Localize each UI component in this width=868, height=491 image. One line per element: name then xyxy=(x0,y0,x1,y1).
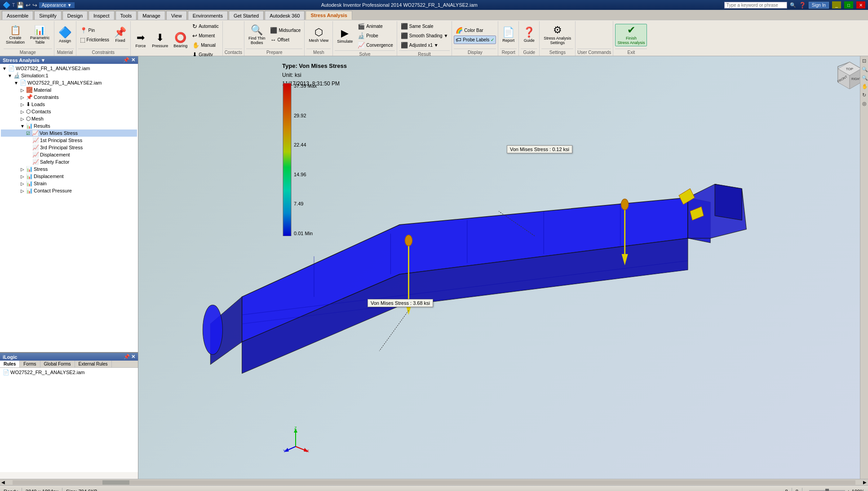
tab-global-forms[interactable]: Global Forms xyxy=(40,361,75,367)
bearing-button[interactable]: ⭕ Bearing xyxy=(171,31,190,49)
frictionless-button[interactable]: ⬚ Frictionless xyxy=(78,36,111,44)
automatic-button[interactable]: ↻ Automatic xyxy=(190,22,220,31)
tree-item-file[interactable]: ▼ 📄 WO27522_FR_1_ANALYSE2.iam xyxy=(1,65,137,72)
ilogic-file-item[interactable]: 📄 WO27522_FR_1_ANALYSE2.iam xyxy=(1,369,137,376)
scroll-right-btn[interactable]: ▶ xyxy=(862,480,868,485)
tab-design[interactable]: Design xyxy=(62,11,88,20)
tab-stress-analysis[interactable]: Stress Analysis xyxy=(306,11,352,20)
expand-icon-material[interactable]: ▷ xyxy=(20,88,25,93)
qa-undo[interactable]: ↩ xyxy=(26,2,31,9)
tab-environments[interactable]: Environments xyxy=(188,11,228,20)
moment-button[interactable]: ↩ Moment xyxy=(190,31,220,40)
tree-item-von-mises[interactable]: ☑ 📈 Von Mises Stress xyxy=(1,129,137,137)
tree-item-strain[interactable]: ▷ 📊 Strain xyxy=(1,180,137,187)
tree-item-displacement[interactable]: 📈 Displacement xyxy=(1,151,137,158)
tree-item-contacts[interactable]: ▷ ⬡ Contacts xyxy=(1,108,137,115)
search-icon[interactable]: 🔍 xyxy=(790,2,796,8)
stress-analysis-settings-button[interactable]: ⚙ Stress AnalysisSettings xyxy=(541,24,573,46)
rt-look-at[interactable]: ◎ xyxy=(861,100,868,107)
tab-external-rules[interactable]: External Rules xyxy=(75,361,112,367)
tree-item-displacement2[interactable]: ▷ 📊 Displacement xyxy=(1,173,137,180)
tree-item-constraints[interactable]: ▷ 📌 Constraints xyxy=(1,94,137,101)
tree-item-file2[interactable]: ▼ 📄 WO27522_FR_1_ANALYSE2.iam xyxy=(1,79,137,86)
tree-item-1st-principal[interactable]: 📈 1st Principal Stress xyxy=(1,137,137,144)
tab-simplify[interactable]: Simplify xyxy=(34,11,62,20)
qa-save[interactable]: 💾 xyxy=(17,2,24,9)
expand-icon-displacement2[interactable]: ▷ xyxy=(20,174,25,179)
tree-item-sim[interactable]: ▼ 🔬 Simulation:1 xyxy=(1,72,137,79)
maximize-btn[interactable]: □ xyxy=(844,1,853,9)
tree-item-results[interactable]: ▼ 📊 Results xyxy=(1,122,137,129)
report-button[interactable]: 📄 Report xyxy=(500,26,517,44)
tree-item-loads[interactable]: ▷ ⬇ Loads xyxy=(1,101,137,108)
tree-item-material[interactable]: ▷ 🧱 Material xyxy=(1,86,137,94)
rt-zoom-out[interactable]: 🔍 xyxy=(861,74,868,82)
create-simulation-button[interactable]: 📋 CreateSimulation xyxy=(4,24,27,46)
scrollbar-thumb[interactable] xyxy=(102,480,129,485)
tree-item-stress2[interactable]: ▷ 📊 Stress xyxy=(1,165,137,173)
tab-get-started[interactable]: Get Started xyxy=(229,11,264,20)
convergence-button[interactable]: 📈 Convergence xyxy=(356,41,394,49)
animate-button[interactable]: 🎬 Animate xyxy=(356,22,394,31)
rt-zoom-fit[interactable]: ⊡ xyxy=(861,57,868,65)
expand-icon-strain[interactable]: ▷ xyxy=(20,181,25,186)
tab-manage[interactable]: Manage xyxy=(137,11,165,20)
minimize-btn[interactable]: _ xyxy=(832,1,841,9)
tree-item-contact-pressure[interactable]: ▷ 📊 Contact Pressure xyxy=(1,187,137,194)
zoom-in-btn[interactable]: + xyxy=(847,489,850,491)
sign-in-button[interactable]: Sign In xyxy=(809,2,829,9)
tab-view[interactable]: View xyxy=(166,11,187,20)
finish-stress-analysis-button[interactable]: ✔ FinishStress Analysis xyxy=(615,24,647,46)
scrollbar-track[interactable] xyxy=(13,480,855,485)
tree-item-3rd-principal[interactable]: 📈 3rd Principal Stress xyxy=(1,144,137,151)
offset-button[interactable]: ↔ Offset xyxy=(268,36,302,44)
tree-pin-icon[interactable]: 📌 xyxy=(123,57,129,63)
expand-icon-contacts[interactable]: ▷ xyxy=(20,109,25,114)
probe-labels-button[interactable]: 🏷 Probe Labels ✓ xyxy=(454,36,496,44)
ilogic-close-icon[interactable]: ✕ xyxy=(131,354,135,359)
scroll-left-btn[interactable]: ◀ xyxy=(0,480,6,485)
expand-icon-loads[interactable]: ▷ xyxy=(20,102,25,107)
expand-icon[interactable]: ▼ xyxy=(2,66,7,71)
pin-button[interactable]: 📍 Pin xyxy=(78,26,111,35)
expand-icon-results[interactable]: ▼ xyxy=(20,124,25,129)
tab-assemble[interactable]: Assemble xyxy=(2,11,33,20)
find-thin-bodies-button[interactable]: 🔍 Find ThinBodies xyxy=(246,24,267,46)
tab-inspect[interactable]: Inspect xyxy=(89,11,114,20)
pressure-button[interactable]: ⬇ Pressure xyxy=(150,31,170,49)
expand-icon[interactable]: ▼ xyxy=(13,80,19,85)
viewport[interactable]: Type: Von Mises Stress Unit: ksi 11/17/2… xyxy=(138,56,868,479)
ilogic-pin-icon[interactable]: 📌 xyxy=(124,354,130,359)
rt-pan[interactable]: ✋ xyxy=(861,83,868,90)
fixed-button[interactable]: 📌 Fixed xyxy=(112,26,128,44)
expand-icon-mesh[interactable]: ▷ xyxy=(20,116,25,121)
tab-autodesk360[interactable]: Autodesk 360 xyxy=(265,11,305,20)
expand-icon[interactable]: ▼ xyxy=(7,73,13,78)
expand-icon-constraints[interactable]: ▷ xyxy=(20,95,25,100)
rt-zoom-in[interactable]: 🔍 xyxy=(861,66,868,73)
tree-item-safety-factor[interactable]: 📈 Safety Factor xyxy=(1,158,137,165)
midsurface-button[interactable]: ⬛ Midsurface xyxy=(268,26,302,35)
zoom-out-btn[interactable]: - xyxy=(806,489,808,491)
qa-redo[interactable]: ↪ xyxy=(32,2,37,9)
help-icon[interactable]: ❓ xyxy=(799,2,806,9)
same-scale-button[interactable]: ⬛ Same Scale xyxy=(399,22,450,31)
rt-orbit[interactable]: ↻ xyxy=(861,91,868,99)
tree-close-icon[interactable]: ✕ xyxy=(131,57,135,63)
expand-icon-stress2[interactable]: ▷ xyxy=(20,167,25,172)
guide-button[interactable]: ❓ Guide xyxy=(521,26,537,44)
tab-tools[interactable]: Tools xyxy=(115,11,137,20)
tree-item-mesh[interactable]: ▷ ⬡ Mesh xyxy=(1,115,137,122)
tab-rules[interactable]: Rules xyxy=(0,361,20,367)
h-scrollbar[interactable]: ◀ ▶ xyxy=(0,479,868,485)
expand-icon-contact[interactable]: ▷ xyxy=(20,188,25,193)
force-button[interactable]: ➡ Force xyxy=(133,31,149,49)
close-btn[interactable]: ✕ xyxy=(856,1,865,9)
probe-button[interactable]: 🔬 Probe xyxy=(356,31,394,40)
color-bar-button[interactable]: 🌈 Color Bar xyxy=(454,26,496,35)
tab-forms[interactable]: Forms xyxy=(20,361,40,367)
mesh-view-button[interactable]: ⬡ Mesh View xyxy=(306,26,331,44)
assign-button[interactable]: 🔷 Assign xyxy=(56,26,74,45)
adjusted-x1-button[interactable]: ⬛ Adjusted x1 ▼ xyxy=(399,41,450,49)
manual-button[interactable]: ✋ Manual xyxy=(190,41,220,49)
